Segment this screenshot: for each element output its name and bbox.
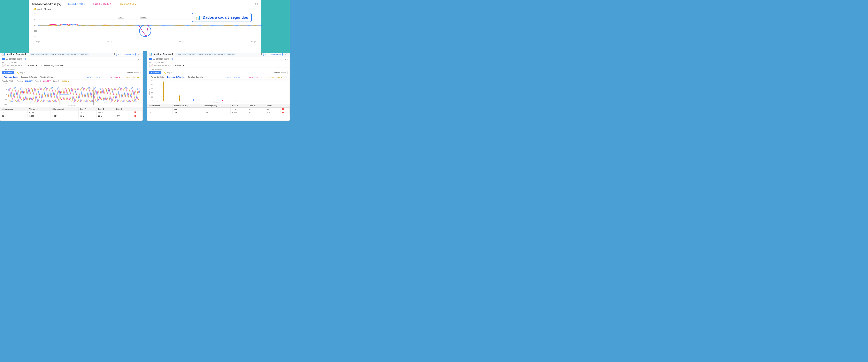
td-id-c2-left: C2	[0, 114, 28, 118]
td-freq-c2-right: 720	[173, 111, 203, 115]
tools-controls-right: ↖ Cursor 📏 Régua Resetar Zoom	[149, 71, 287, 74]
expand-icon-right[interactable]: ⛶	[285, 58, 287, 60]
dropdown-icon-right: ▾	[168, 64, 169, 66]
info-icon-right: ℹ	[175, 53, 175, 55]
alert-manual-button[interactable]: 🔔 Alerta Manual	[32, 7, 53, 11]
escala-select-right[interactable]: ⇕ Escala Y ▾	[172, 64, 185, 67]
config-icon-right: ⚙	[149, 61, 151, 63]
ia-icon-left: IA	[2, 58, 5, 60]
td-diferenca-c2-right: 420	[203, 111, 230, 115]
data-table-left: Identificador Tempo (s) Diferença (s) Fa…	[0, 108, 143, 118]
panel-right-tab-right-area: Fase A: 212,00 V Fase B: 215,00 V Fase C…	[223, 76, 287, 79]
gear-icon[interactable]: ⚙	[255, 2, 258, 6]
th-id-left: Identificador	[0, 108, 28, 111]
reset-zoom-btn-left[interactable]: Resetar Zoom	[125, 71, 141, 74]
table-row: C1 0.018 - 34 V -52 V 12 V	[0, 111, 143, 114]
tools-icon-left: ⚒	[2, 68, 4, 70]
legend-fase-ca: Fase C-A 446,00 V	[114, 3, 136, 5]
hamburger-icon-right[interactable]	[284, 76, 287, 79]
tab-forma-onda-left[interactable]: Forma de Onda	[2, 75, 19, 79]
regua-tool-btn-left[interactable]: 📏 Régua	[15, 71, 27, 74]
escala-icon-right: ⇕	[173, 64, 175, 66]
legend-fase-c-right: Fase C: 215,00 V	[264, 76, 282, 78]
td-id-c1-right: C1	[147, 108, 173, 111]
wave-svg-left: 500 250 0 -250 -500 0 0.005 0.01	[2, 83, 141, 105]
data-table-container-left: Identificador Tempo (s) Diferença (s) Fa…	[0, 108, 143, 118]
regua-tool-btn-right[interactable]: 📏 Régua	[162, 71, 174, 74]
ia-icon-right: IA	[149, 58, 152, 60]
legend-fase-ab: Fase A-B 449,00 V	[63, 3, 86, 5]
svg-text:14 Ago: 14 Ago	[179, 41, 184, 43]
tab-espectro-right[interactable]: Espectro de Tensão	[165, 75, 186, 79]
grandeza-select-left[interactable]: 📈 Grandeza: Tensão ▾	[2, 64, 23, 67]
td-fase-b-c2-right: 1.1 V	[247, 111, 264, 115]
th-fase-b-right: Fase B	[247, 104, 264, 108]
info-icon2-right: ℹ	[172, 58, 173, 60]
td-fase-c-c1-left: 12 V	[115, 111, 133, 114]
escala-select-left[interactable]: ⇕ Escala Y ▾	[25, 64, 38, 67]
row-indicator-c2-left	[134, 115, 136, 117]
svg-text:-500: -500	[4, 104, 7, 105]
td-fase-c-c1-right: 14 V	[264, 108, 280, 111]
th-tempo-left: Tempo (s)	[28, 108, 51, 111]
tab-forma-onda-right[interactable]: Forma de Onda	[149, 75, 165, 79]
svg-text:Voltage (V): Voltage (V)	[149, 89, 150, 95]
tools-label-right: ⚒ Ferramentas	[149, 68, 287, 70]
tools-icon-right: ⚒	[149, 68, 151, 70]
tooltip-box: 📊 Dados a cada 3 segundos	[192, 13, 252, 22]
tab-tensao-corrente-left[interactable]: Tensão x Corrente	[39, 75, 57, 79]
rms-fase-b-value-left: 209,00 V	[43, 80, 51, 82]
svg-text:40: 40	[151, 84, 153, 85]
main-chart-legends: Fase A-B 449,00 V Fase B-C 447,00 V Fase…	[63, 3, 136, 5]
panel-right-tabs-row: Forma de Onda Espectro de Tensão Tensão …	[147, 75, 289, 80]
table-row: C1 300 11 V 12 V 14 V	[147, 108, 289, 111]
panel-right-tab-legends: Fase A: 212,00 V Fase B: 215,00 V Fase C…	[223, 76, 282, 78]
td-tempo-c1-left: 0.018	[28, 111, 51, 114]
td-diferenca-c1-left: -	[51, 111, 79, 114]
grandeza-select-right[interactable]: 📈 Grandeza: Tensão ▾	[149, 64, 170, 67]
spectrum-chart-right: Voltage (V) 50 40 30 20 10 0	[147, 80, 289, 104]
analysis-panel-right: 📊 Análise Espectral ℹ BOC-501009 BOMBA P…	[147, 51, 290, 121]
th-diferenca-right: Diferença (Hz)	[203, 104, 230, 108]
dropdown-escala-icon-right: ▾	[183, 64, 184, 66]
grandeza-icon-left: 📈	[3, 64, 5, 66]
tools-label-left: ⚒ Ferramentas	[2, 68, 141, 70]
reset-zoom-btn-right[interactable]: Resetar Zoom	[272, 71, 287, 74]
rms-dropdown-icon-left[interactable]: ▾	[13, 80, 14, 82]
legend-fase-a-right: Fase A: 212,00 V	[223, 76, 242, 78]
legend-fase-b-left: Fase B: 215,00 V	[102, 76, 120, 78]
panel-left-rms-row: Tensão RMS ▾ Fase A 212,00 V Fase B 209,…	[0, 80, 143, 83]
panel-right-tabs: Forma de Onda Espectro de Tensão Tensão …	[149, 75, 205, 79]
panel-left-tab-legends: Fase A: 212,00 V Fase B: 215,00 V Fase C…	[82, 76, 141, 78]
th-id-right: Identificador	[147, 104, 173, 108]
svg-text:500: 500	[5, 83, 7, 85]
info-icon2-left: ℹ	[25, 58, 26, 60]
svg-text:10 Ago: 10 Ago	[107, 41, 113, 43]
tab-tensao-corrente-right[interactable]: Tensão x Corrente	[186, 75, 205, 79]
panel-left-date-info: IA IA - 19/02/23 às 20h40 ℹ	[2, 58, 26, 60]
td-indicator-c2-left	[133, 114, 142, 118]
dropdown-escala-icon-left: ▾	[36, 64, 37, 66]
config-controls-right: 📈 Grandeza: Tensão ▾ ⇕ Escala Y ▾	[149, 64, 287, 67]
panel-right-date-row: IA IA - 19/02/23 às 20h40 ℹ ⛶	[147, 57, 289, 61]
cursor-tool-btn-left[interactable]: ↖ Cursor	[2, 71, 14, 74]
legend-fase-a-left: Fase A: 212,00 V	[82, 76, 100, 78]
expand-icon-left[interactable]: ⛶	[138, 58, 141, 60]
cursor-tool-btn-right[interactable]: ↖ Cursor	[149, 71, 161, 74]
regua-icon-left: 📏	[17, 72, 19, 74]
svg-text:6 Ago: 6 Ago	[36, 41, 40, 43]
rms-label-left: Tensão RMS ▾	[2, 80, 14, 82]
svg-text:10: 10	[151, 96, 153, 98]
td-indicator-c1-left	[133, 111, 142, 114]
config-label-right: ⚙ Configurações	[149, 61, 287, 63]
svg-text:30: 30	[151, 88, 153, 90]
spike-tiny-2	[208, 99, 208, 101]
legend-fase-bc: Fase B-C 447,00 V	[89, 3, 111, 5]
unidade-icon-left: ⏱	[41, 64, 42, 66]
cursor-icon-left: ↖	[4, 72, 6, 74]
td-fase-a-c2-right: 0.9 V	[230, 111, 247, 115]
unidade-select-left[interactable]: ⏱ Unidade: Segundos (s) ▾	[40, 64, 64, 67]
th-fase-c-left: Fase C	[115, 108, 133, 111]
td-id-c1-left: C1	[0, 111, 28, 114]
tab-espectro-left[interactable]: Espectro de Tensão	[19, 75, 39, 79]
